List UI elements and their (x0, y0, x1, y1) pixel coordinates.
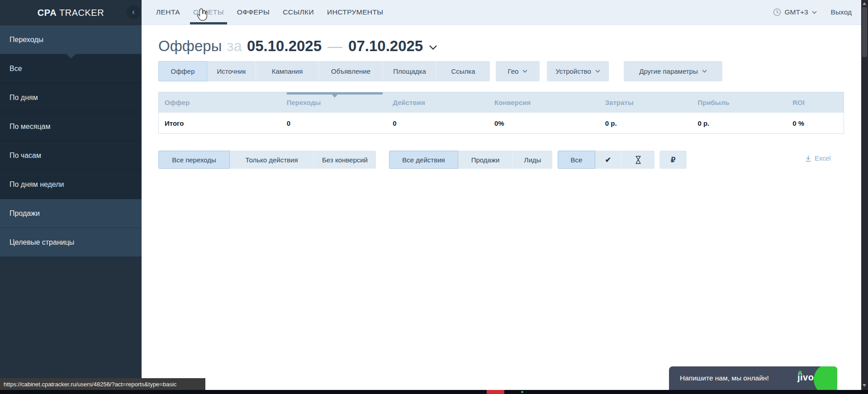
nav-tab-lenta[interactable]: ЛЕНТА (156, 0, 180, 24)
browser-status-url: https://cabinet.cpatracker.ru/users/4825… (0, 378, 205, 390)
app-logo[interactable]: CPA TRACKER (0, 0, 142, 25)
logo-bold: CPA (38, 8, 57, 18)
timezone-value: GMT+3 (785, 8, 808, 16)
filter-status-pending[interactable] (621, 151, 655, 169)
date-from[interactable]: 05.10.2025 (247, 38, 322, 55)
dimension-dropdown-drugie-parametry[interactable]: Другие параметры (624, 61, 722, 81)
sidebar: CPA TRACKER ‹ Переходы Все По дням По ме… (0, 0, 142, 394)
scrollbar-thumb[interactable] (862, 7, 867, 57)
column-header-konversiya[interactable]: Конверсия (489, 92, 599, 113)
totals-roi: 0 % (787, 119, 844, 127)
action-filter-group: Все действия Продажи Лиды (389, 151, 552, 169)
filter-lidy[interactable]: Лиды (513, 151, 552, 169)
filter-status-approved[interactable]: ✔ (595, 151, 621, 169)
totals-zatraty: 0 р. (599, 119, 692, 127)
column-header-pribyl[interactable]: Прибыль (692, 92, 787, 113)
timezone-selector[interactable]: GMT+3 (773, 8, 817, 16)
date-range-chevron-icon[interactable] (429, 45, 437, 50)
sidebar-item-label: Все (9, 65, 22, 73)
taskbar-red-segment (487, 390, 504, 394)
totals-perehody: 0 (281, 119, 387, 127)
excel-label: Excel (815, 155, 830, 162)
title-preposition: за (227, 38, 242, 55)
report-table: Оффер Переходы Действия Конверсия Затрат… (158, 92, 844, 134)
dimension-tab-kampaniya[interactable]: Кампания (256, 61, 319, 81)
filter-vse-perehody[interactable]: Все переходы (158, 151, 230, 169)
sidebar-item-celevye-stranicy[interactable]: Целевые страницы (0, 228, 142, 257)
logo-rest: TRACKER (59, 8, 104, 18)
nav-menu: ЛЕНТА ОТЧЕТЫ ОФФЕРЫ ССЫЛКИ ИНСТРУМЕНТЫ (156, 0, 383, 24)
dimension-tab-ploshchadka[interactable]: Площадка (383, 61, 436, 81)
sidebar-item-label: По часам (9, 152, 41, 160)
dropdown-label: Другие параметры (639, 67, 698, 75)
page-title: Офферы (158, 38, 222, 55)
totals-deystviya: 0 (387, 119, 489, 127)
dimension-dropdown-geo[interactable]: Гео (496, 61, 540, 81)
sidebar-item-po-dnyam-nedeli[interactable]: По дням недели (0, 170, 142, 199)
dimension-tabs: Оффер Источник Кампания Объявление Площа… (158, 61, 722, 81)
sidebar-item-label: По месяцам (9, 123, 50, 131)
chat-message: Напишите нам, мы онлайн! (680, 374, 769, 382)
table-header-row: Оффер Переходы Действия Конверсия Затрат… (159, 92, 844, 113)
scrollbar-up-arrow[interactable] (863, 2, 866, 5)
nav-tab-offery[interactable]: ОФФЕРЫ (237, 0, 270, 24)
sidebar-item-perehody[interactable]: Переходы (0, 25, 142, 54)
filter-status-vse[interactable]: Все (558, 151, 595, 169)
filter-prodazhi[interactable]: Продажи (458, 151, 513, 169)
dimension-dropdown-ustroystvo[interactable]: Устройство (547, 61, 609, 81)
dropdown-label: Устройство (555, 67, 591, 75)
filter-currency-ruble[interactable]: ₽ (659, 151, 687, 169)
sidebar-item-vse[interactable]: Все (0, 54, 142, 83)
sidebar-item-po-mesyacam[interactable]: По месяцам (0, 112, 142, 141)
filter-bar: Все переходы Только действия Без конверс… (158, 151, 687, 169)
report-page: Офферы за 05.10.2025 — 07.10.2025 Оффер … (142, 25, 861, 390)
taskbar-green-dot (521, 391, 523, 393)
sort-indicator (287, 92, 383, 95)
cursor-pointer-icon (195, 8, 208, 22)
filter-tolko-deystviya[interactable]: Только действия (230, 151, 314, 169)
column-header-deystviya[interactable]: Действия (387, 92, 489, 113)
totals-pribyl: 0 р. (692, 119, 787, 127)
sidebar-item-label: По дням (9, 94, 38, 102)
status-url-text: https://cabinet.cpatracker.ru/users/4825… (4, 381, 176, 388)
sidebar-item-label: Целевые страницы (9, 238, 74, 247)
dimension-tab-ssylka[interactable]: Ссылка (436, 61, 490, 81)
dimension-tab-obyavlenie[interactable]: Объявление (319, 61, 383, 81)
filter-vse-deystviya[interactable]: Все действия (389, 151, 458, 169)
jivo-leaf-icon (798, 371, 802, 374)
nav-tab-ssylki[interactable]: ССЫЛКИ (283, 0, 314, 24)
download-icon (805, 155, 811, 162)
logout-link[interactable]: Выход (831, 8, 852, 16)
nav-tab-instrumenty[interactable]: ИНСТРУМЕНТЫ (327, 0, 383, 24)
report-title-row: Офферы за 05.10.2025 — 07.10.2025 (158, 38, 437, 55)
currency-filter-group: ₽ (659, 151, 687, 169)
sidebar-collapse-button[interactable]: ‹ (127, 5, 140, 19)
sidebar-item-po-chasam[interactable]: По часам (0, 141, 142, 170)
scrollbar-down-arrow[interactable] (863, 384, 866, 387)
date-dash: — (327, 38, 342, 55)
dropdown-label: Гео (508, 67, 519, 75)
column-header-offer[interactable]: Оффер (159, 92, 281, 113)
chat-widget[interactable]: Напишите нам, мы онлайн! jivo (669, 366, 837, 390)
chevron-down-icon (812, 11, 817, 14)
sidebar-item-po-dnyam[interactable]: По дням (0, 83, 142, 112)
transition-filter-group: Все переходы Только действия Без конверс… (158, 151, 376, 169)
sidebar-item-prodazhi[interactable]: Продажи (0, 199, 142, 228)
export-excel-link[interactable]: Excel (805, 155, 830, 162)
sidebar-item-label: Продажи (9, 209, 40, 218)
vertical-scrollbar[interactable] (861, 0, 868, 390)
hourglass-icon (635, 156, 642, 164)
column-header-roi[interactable]: ROI (787, 92, 844, 113)
date-to[interactable]: 07.10.2025 (348, 38, 423, 55)
chevron-down-icon (595, 70, 600, 73)
chevron-down-icon (522, 70, 527, 73)
status-filter-group: Все ✔ (558, 151, 655, 169)
filter-bez-konversiy[interactable]: Без конверсий (314, 151, 376, 169)
column-header-zatraty[interactable]: Затраты (599, 92, 692, 113)
totals-label: Итого (159, 119, 281, 127)
dimension-tab-offer[interactable]: Оффер (158, 61, 207, 81)
sidebar-item-label: По дням недели (9, 180, 64, 189)
dimension-tab-istochnik[interactable]: Источник (207, 61, 256, 81)
app-window: CPA TRACKER ‹ Переходы Все По дням По ме… (0, 0, 868, 394)
dimension-main-group: Оффер Источник Кампания Объявление Площа… (158, 61, 490, 81)
